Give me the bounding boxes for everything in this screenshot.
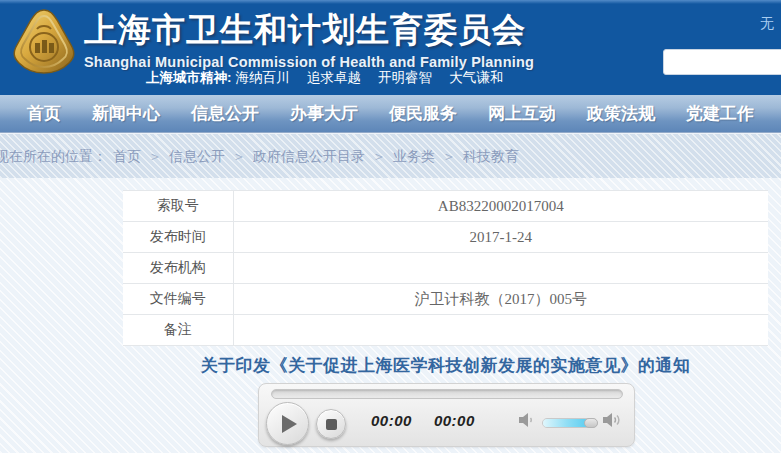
table-row: 索取号 AB83220002017004 bbox=[123, 191, 768, 222]
row-value bbox=[233, 315, 768, 346]
table-row: 文件编号 沪卫计科教（2017）005号 bbox=[123, 284, 768, 315]
city-spirit-values: 海纳百川 追求卓越 开明睿智 大气谦和 bbox=[236, 70, 504, 85]
site-subtitle-en: Shanghai Municipal Commission of Health … bbox=[84, 54, 534, 70]
main-nav: 首页 新闻中心 信息公开 办事大厅 便民服务 网上互动 政策法规 党建工作 bbox=[0, 95, 781, 133]
breadcrumb-separator: ＞ bbox=[232, 148, 246, 164]
breadcrumb-location-label: 现在所在的位置： bbox=[0, 148, 107, 164]
city-spirit-label: 上海城市精神: bbox=[146, 70, 232, 85]
site-title: 上海市卫生和计划生育委员会 bbox=[84, 8, 534, 53]
row-value bbox=[233, 253, 768, 284]
accessibility-link[interactable]: 无 bbox=[760, 15, 774, 33]
document-info-table: 索取号 AB83220002017004 发布时间 2017-1-24 发布机构… bbox=[123, 190, 768, 346]
nav-item-public-service[interactable]: 便民服务 bbox=[389, 102, 457, 125]
nav-item-info-disclosure[interactable]: 信息公开 bbox=[191, 102, 259, 125]
site-title-block: 上海市卫生和计划生育委员会 Shanghai Municipal Commiss… bbox=[84, 8, 534, 70]
nav-item-party-building[interactable]: 党建工作 bbox=[686, 102, 754, 125]
time-display: 00:0000:00 bbox=[371, 412, 475, 429]
row-value: AB83220002017004 bbox=[233, 191, 768, 222]
speaker-low-icon[interactable] bbox=[517, 411, 537, 429]
play-button[interactable] bbox=[266, 402, 309, 445]
speaker-high-icon[interactable] bbox=[601, 411, 623, 429]
search-input[interactable] bbox=[663, 49, 781, 75]
article-title: 关于印发《关于促进上海医学科技创新发展的实施意见》的通知 bbox=[123, 354, 768, 377]
play-icon bbox=[282, 415, 297, 433]
main-content: 索取号 AB83220002017004 发布时间 2017-1-24 发布机构… bbox=[0, 178, 781, 453]
nav-item-policies[interactable]: 政策法规 bbox=[587, 102, 655, 125]
audio-progress-bar[interactable] bbox=[271, 389, 623, 399]
stop-button[interactable] bbox=[316, 409, 346, 439]
row-label: 备注 bbox=[123, 315, 233, 346]
breadcrumb-business-category[interactable]: 业务类 bbox=[393, 148, 435, 164]
breadcrumb-info-disclosure[interactable]: 信息公开 bbox=[169, 148, 225, 164]
breadcrumb: 现在所在的位置：首页＞信息公开＞政府信息公开目录＞业务类＞科技教育 bbox=[0, 134, 781, 178]
breadcrumb-separator: ＞ bbox=[148, 148, 162, 164]
audio-player: 00:0000:00 bbox=[258, 383, 635, 447]
row-label: 文件编号 bbox=[123, 284, 233, 315]
nav-item-online-interaction[interactable]: 网上互动 bbox=[488, 102, 556, 125]
row-label: 发布时间 bbox=[123, 222, 233, 253]
site-header: 上海市卫生和计划生育委员会 Shanghai Municipal Commiss… bbox=[0, 0, 781, 95]
volume-thumb[interactable] bbox=[584, 418, 598, 428]
row-value: 2017-1-24 bbox=[233, 222, 768, 253]
table-row: 发布时间 2017-1-24 bbox=[123, 222, 768, 253]
row-label: 发布机构 bbox=[123, 253, 233, 284]
breadcrumb-home[interactable]: 首页 bbox=[113, 148, 141, 164]
nav-item-home[interactable]: 首页 bbox=[27, 102, 61, 125]
page: 上海市卫生和计划生育委员会 Shanghai Municipal Commiss… bbox=[0, 0, 781, 453]
table-row: 备注 bbox=[123, 315, 768, 346]
volume-fill bbox=[543, 419, 587, 427]
breadcrumb-sci-tech-education[interactable]: 科技教育 bbox=[463, 148, 519, 164]
stop-icon bbox=[326, 419, 337, 430]
volume-slider[interactable] bbox=[542, 418, 598, 428]
row-value: 沪卫计科教（2017）005号 bbox=[233, 284, 768, 315]
breadcrumb-separator: ＞ bbox=[442, 148, 456, 164]
nav-item-service-hall[interactable]: 办事大厅 bbox=[290, 102, 358, 125]
total-time: 00:00 bbox=[434, 412, 475, 429]
nav-item-news[interactable]: 新闻中心 bbox=[92, 102, 160, 125]
commission-logo-icon bbox=[11, 7, 77, 81]
current-time: 00:00 bbox=[371, 412, 412, 429]
breadcrumb-gov-info-catalog[interactable]: 政府信息公开目录 bbox=[253, 148, 365, 164]
row-label: 索取号 bbox=[123, 191, 233, 222]
breadcrumb-separator: ＞ bbox=[372, 148, 386, 164]
table-row: 发布机构 bbox=[123, 253, 768, 284]
city-spirit-line: 上海城市精神:海纳百川 追求卓越 开明睿智 大气谦和 bbox=[146, 69, 503, 87]
